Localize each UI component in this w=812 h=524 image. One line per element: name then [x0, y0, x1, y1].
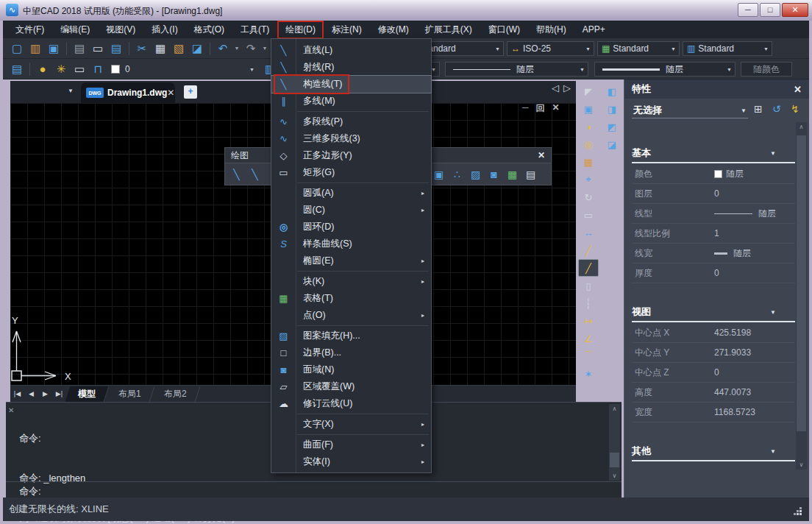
- collapse-icon[interactable]: ▼: [770, 448, 776, 455]
- stretch-button[interactable]: ↔: [578, 224, 599, 241]
- menu-item-table[interactable]: ▦ 表格(T): [271, 290, 431, 307]
- mtext-tool-icon[interactable]: ▤: [521, 169, 540, 180]
- hatch-tool-icon[interactable]: ▨: [466, 169, 485, 180]
- menu-item-ellipse[interactable]: 椭圆(E) ▸: [271, 252, 431, 269]
- doc-tab-menu-icon[interactable]: ▼: [68, 88, 74, 94]
- menu-item-surface[interactable]: 曲面(F) ▸: [271, 436, 431, 453]
- menu-item-boundary[interactable]: □ 边界(B)...: [271, 344, 431, 361]
- mline-style-combo[interactable]: ▥ Standard ▼: [683, 41, 772, 56]
- scroll-down-icon[interactable]: ∨: [796, 461, 807, 468]
- open-file-icon[interactable]: ▥: [27, 40, 43, 57]
- menu-item-polygon[interactable]: ◇ 正多边形(Y): [271, 147, 431, 164]
- break-at-point-button[interactable]: ┆: [578, 294, 599, 312]
- paste-icon[interactable]: ▧: [171, 40, 187, 57]
- menu-draw[interactable]: 绘图(D): [277, 21, 324, 39]
- menu-item-construction-line[interactable]: ╲ 构造线(T): [271, 76, 431, 93]
- erase-button[interactable]: ◤: [578, 82, 599, 100]
- collapse-icon[interactable]: ▼: [770, 150, 776, 157]
- mdi-minimize-icon[interactable]: ─: [522, 102, 529, 115]
- save-icon[interactable]: ▣: [46, 40, 62, 57]
- select-objects-icon[interactable]: ↺: [772, 103, 781, 115]
- scroll-up-icon[interactable]: ∧: [609, 406, 620, 412]
- layer-combo[interactable]: ▼: [113, 62, 257, 77]
- trim-button[interactable]: ╱: [578, 241, 599, 259]
- menu-view[interactable]: 视图(V): [98, 21, 143, 39]
- mirror-button[interactable]: ◑: [578, 118, 599, 135]
- selection-dropdown[interactable]: 无选择: [633, 104, 662, 117]
- minimize-button[interactable]: ─: [738, 3, 758, 17]
- undo-icon[interactable]: ↶: [215, 40, 231, 57]
- pasteclip-button[interactable]: ◨: [602, 100, 622, 118]
- menu-item-line[interactable]: ╲ 直线(L): [271, 42, 431, 59]
- menu-item-ray[interactable]: ╲ 射线(R): [271, 59, 431, 76]
- menu-item-circle[interactable]: 圆(C) ▸: [271, 202, 431, 219]
- redo-dropdown-icon[interactable]: ▼: [261, 46, 268, 51]
- close-tab-icon[interactable]: ✕: [167, 88, 174, 98]
- tab-layout2[interactable]: 布局2: [151, 386, 200, 402]
- maximize-button[interactable]: □: [760, 3, 780, 17]
- menu-item-wipeout[interactable]: ▱ 区域覆盖(W): [271, 378, 431, 395]
- fillet-button[interactable]: ⌒: [578, 347, 599, 365]
- properties-scrollbar[interactable]: ∧ ∨: [796, 122, 807, 470]
- close-icon[interactable]: ✕: [794, 84, 802, 95]
- xline-tool-icon[interactable]: ╲: [246, 169, 264, 180]
- menu-help[interactable]: 帮助(H): [528, 21, 574, 39]
- next-layout-icon[interactable]: ▶: [38, 390, 52, 397]
- close-button[interactable]: ✕: [782, 3, 808, 17]
- toggle-pickadd-icon[interactable]: ↯: [791, 103, 799, 115]
- cut-icon[interactable]: ✂: [134, 40, 150, 57]
- table-style-combo[interactable]: ▦ Standard ▼: [597, 41, 680, 56]
- menu-item-point[interactable]: 点(O) ▸: [271, 307, 431, 324]
- chevron-down-icon[interactable]: ▼: [741, 107, 747, 114]
- last-layout-icon[interactable]: ▶|: [52, 390, 66, 397]
- menu-app-plus[interactable]: APP+: [574, 21, 613, 38]
- rotate-button[interactable]: ↻: [578, 188, 599, 206]
- chevron-down-icon[interactable]: ▼: [671, 46, 676, 52]
- menu-express-tools[interactable]: 扩展工具(X): [417, 21, 480, 39]
- chevron-down-icon[interactable]: ▼: [585, 46, 591, 52]
- tab-layout1[interactable]: 布局1: [106, 386, 155, 402]
- offset-button[interactable]: ◎: [578, 135, 599, 153]
- next-tab-icon[interactable]: ▷: [563, 82, 571, 93]
- region-tool-icon[interactable]: ◙: [485, 169, 503, 180]
- command-scrollbar[interactable]: ∧ ∨: [609, 404, 620, 481]
- collapse-icon[interactable]: ▼: [770, 309, 776, 316]
- move-button[interactable]: ⌖: [578, 171, 599, 188]
- quick-select-icon[interactable]: ⊞: [754, 103, 763, 115]
- tab-model[interactable]: 模型: [65, 386, 110, 402]
- menu-item-spline[interactable]: S 样条曲线(S): [271, 236, 431, 252]
- menu-item-region[interactable]: ◙ 面域(N): [271, 361, 431, 378]
- join-button[interactable]: ↦: [578, 312, 599, 330]
- scale-button[interactable]: ▭: [578, 206, 599, 224]
- dim-style-combo[interactable]: ↔ ISO-25 ▼: [507, 41, 594, 56]
- copy-icon[interactable]: ▦: [152, 40, 168, 57]
- print-preview-icon[interactable]: ▭: [90, 40, 106, 57]
- section-basic[interactable]: 基本 ▼: [632, 144, 795, 163]
- redo-icon[interactable]: ↷: [243, 40, 259, 57]
- explode-button[interactable]: ✶: [578, 365, 599, 383]
- layer-freeze-icon[interactable]: ✳: [53, 61, 69, 77]
- undo-dropdown-icon[interactable]: ▼: [233, 46, 241, 51]
- print-icon[interactable]: ▤: [71, 40, 88, 57]
- insert-block-tool-icon[interactable]: ▣: [430, 169, 448, 180]
- section-other[interactable]: 其他 ▼: [632, 442, 795, 461]
- layer-lock-icon[interactable]: ⊓: [90, 61, 106, 77]
- menu-modify[interactable]: 修改(M): [370, 21, 417, 39]
- section-view[interactable]: 视图 ▼: [632, 303, 795, 322]
- menu-item-hatch[interactable]: ▨ 图案填充(H)...: [271, 328, 431, 344]
- match-properties-icon[interactable]: ◪: [189, 40, 205, 57]
- command-input[interactable]: 命令:: [6, 481, 622, 498]
- prev-tab-icon[interactable]: ◁: [552, 82, 559, 93]
- scroll-up-icon[interactable]: ∧: [796, 124, 807, 130]
- new-file-icon[interactable]: ▢: [9, 40, 25, 57]
- layer-on-icon[interactable]: ●: [35, 61, 51, 77]
- resize-grip[interactable]: [799, 513, 802, 515]
- menu-item-arc[interactable]: 圆弧(A) ▸: [271, 185, 431, 202]
- menu-item-rectangle[interactable]: ▭ 矩形(G): [271, 164, 431, 181]
- table-tool-icon[interactable]: ▦: [503, 169, 521, 180]
- scrollbar-thumb[interactable]: [610, 453, 619, 467]
- array-button[interactable]: ▦: [578, 153, 599, 171]
- line-tool-icon[interactable]: ╲: [227, 169, 246, 180]
- plot-icon[interactable]: ▤: [108, 40, 124, 57]
- point-tool-icon[interactable]: ∴: [448, 169, 466, 180]
